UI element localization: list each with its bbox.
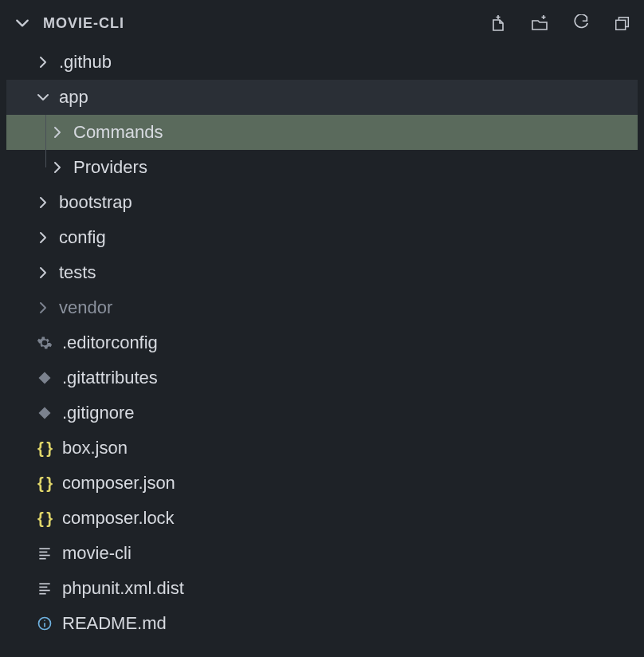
file-tree: .githubappCommandsProvidersbootstrapconf… bbox=[6, 45, 644, 641]
lines-icon bbox=[35, 544, 54, 563]
folder-row[interactable]: vendor bbox=[6, 290, 644, 325]
refresh-icon[interactable] bbox=[571, 13, 591, 33]
folder-row[interactable]: bootstrap bbox=[6, 185, 644, 220]
gear-icon bbox=[35, 333, 54, 352]
indent-guide bbox=[45, 115, 46, 150]
folder-label: vendor bbox=[59, 297, 112, 318]
folder-label: .github bbox=[59, 52, 112, 73]
json-icon: { } bbox=[35, 439, 54, 458]
folder-row[interactable]: .github bbox=[6, 45, 644, 80]
json-icon: { } bbox=[35, 474, 54, 493]
file-label: .gitignore bbox=[62, 403, 135, 423]
file-label: README.md bbox=[62, 613, 167, 634]
chevron-right-icon bbox=[49, 159, 65, 175]
file-row[interactable]: movie-cli bbox=[6, 536, 644, 571]
file-row[interactable]: phpunit.xml.dist bbox=[6, 571, 644, 606]
explorer-header: MOVIE-CLI bbox=[0, 6, 644, 40]
diamond-icon bbox=[35, 403, 54, 423]
folder-label: config bbox=[59, 227, 106, 248]
folder-row[interactable]: app bbox=[6, 80, 638, 115]
chevron-right-icon bbox=[35, 195, 51, 210]
folder-row[interactable]: Providers bbox=[6, 150, 644, 185]
file-row[interactable]: README.md bbox=[6, 606, 644, 641]
chevron-right-icon bbox=[35, 54, 51, 70]
file-label: composer.lock bbox=[62, 508, 175, 529]
file-row[interactable]: .gitattributes bbox=[6, 360, 644, 395]
diamond-icon bbox=[35, 368, 54, 388]
folder-label: Providers bbox=[73, 157, 147, 178]
file-row[interactable]: { }composer.json bbox=[6, 466, 644, 501]
folder-label: tests bbox=[59, 262, 96, 283]
explorer-panel: MOVIE-CLI .githubappCommandsProvidersboo… bbox=[0, 0, 644, 657]
chevron-right-icon bbox=[35, 300, 51, 316]
folder-row[interactable]: Commands bbox=[6, 115, 638, 150]
chevron-right-icon bbox=[35, 265, 51, 281]
file-label: movie-cli bbox=[62, 543, 132, 564]
folder-row[interactable]: config bbox=[6, 220, 644, 255]
explorer-title-wrap[interactable]: MOVIE-CLI bbox=[14, 15, 488, 32]
file-label: composer.json bbox=[62, 473, 175, 494]
folder-label: app bbox=[59, 87, 88, 108]
chevron-down-icon bbox=[14, 15, 30, 31]
svg-point-11 bbox=[44, 620, 45, 621]
folder-label: Commands bbox=[73, 122, 163, 143]
chevron-right-icon bbox=[35, 230, 51, 246]
svg-rect-0 bbox=[616, 20, 626, 30]
indent-guide bbox=[45, 150, 46, 167]
file-row[interactable]: .gitignore bbox=[6, 395, 644, 431]
folder-row[interactable]: tests bbox=[6, 255, 644, 290]
project-title: MOVIE-CLI bbox=[43, 15, 124, 32]
explorer-actions bbox=[488, 13, 633, 33]
new-folder-icon[interactable] bbox=[529, 13, 550, 33]
json-icon: { } bbox=[35, 509, 54, 528]
file-label: .editorconfig bbox=[62, 332, 158, 353]
collapse-all-icon[interactable] bbox=[612, 13, 633, 33]
chevron-right-icon bbox=[49, 124, 65, 140]
file-row[interactable]: .editorconfig bbox=[6, 325, 644, 360]
file-label: box.json bbox=[62, 438, 128, 458]
file-row[interactable]: { }box.json bbox=[6, 431, 644, 466]
file-label: phpunit.xml.dist bbox=[62, 578, 184, 599]
new-file-icon[interactable] bbox=[488, 13, 509, 33]
info-icon bbox=[35, 614, 54, 633]
lines-icon bbox=[35, 579, 54, 598]
file-row[interactable]: { }composer.lock bbox=[6, 501, 644, 536]
folder-label: bootstrap bbox=[59, 192, 132, 213]
chevron-down-icon bbox=[35, 89, 51, 105]
file-label: .gitattributes bbox=[62, 368, 158, 388]
